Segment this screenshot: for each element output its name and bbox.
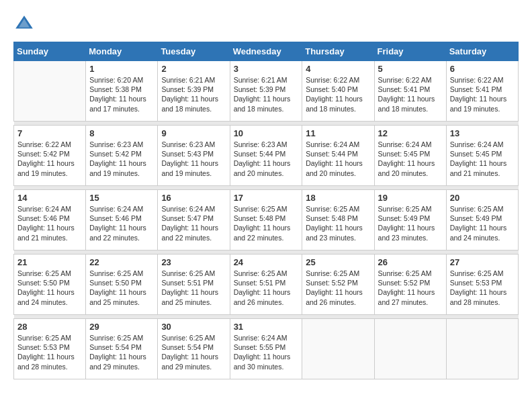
day-number: 19: [378, 193, 443, 203]
day-info: Sunrise: 6:25 AM Sunset: 5:53 PM Dayligh…: [450, 269, 515, 307]
table-row: 24Sunrise: 6:25 AM Sunset: 5:51 PM Dayli…: [230, 255, 302, 315]
day-info: Sunrise: 6:25 AM Sunset: 5:49 PM Dayligh…: [378, 204, 443, 242]
day-number: 28: [17, 322, 82, 332]
header-friday: Friday: [374, 42, 446, 61]
day-number: 21: [17, 257, 82, 267]
table-row: 23Sunrise: 6:25 AM Sunset: 5:51 PM Dayli…: [158, 255, 230, 315]
day-number: 1: [89, 64, 154, 74]
table-row: [302, 319, 374, 379]
table-row: [374, 319, 446, 379]
day-info: Sunrise: 6:25 AM Sunset: 5:54 PM Dayligh…: [89, 333, 154, 371]
table-row: [14, 61, 86, 122]
calendar-header-row: SundayMondayTuesdayWednesdayThursdayFrid…: [14, 42, 519, 61]
day-info: Sunrise: 6:23 AM Sunset: 5:43 PM Dayligh…: [161, 140, 226, 178]
logo-icon: [13, 13, 35, 35]
day-number: 16: [161, 193, 226, 203]
week-row-4: 28Sunrise: 6:25 AM Sunset: 5:53 PM Dayli…: [14, 319, 519, 379]
table-row: 19Sunrise: 6:25 AM Sunset: 5:49 PM Dayli…: [374, 190, 446, 250]
day-number: 22: [89, 257, 154, 267]
day-info: Sunrise: 6:22 AM Sunset: 5:42 PM Dayligh…: [17, 140, 82, 178]
calendar-table: SundayMondayTuesdayWednesdayThursdayFrid…: [13, 42, 519, 379]
day-number: 23: [161, 257, 226, 267]
day-number: 20: [450, 193, 515, 203]
day-info: Sunrise: 6:23 AM Sunset: 5:42 PM Dayligh…: [89, 140, 154, 178]
day-info: Sunrise: 6:24 AM Sunset: 5:47 PM Dayligh…: [161, 204, 226, 242]
day-number: 5: [378, 64, 443, 74]
table-row: [446, 319, 518, 379]
table-row: 5Sunrise: 6:22 AM Sunset: 5:41 PM Daylig…: [374, 61, 446, 122]
day-number: 30: [161, 322, 226, 332]
table-row: 4Sunrise: 6:22 AM Sunset: 5:40 PM Daylig…: [302, 61, 374, 122]
table-row: 17Sunrise: 6:25 AM Sunset: 5:48 PM Dayli…: [230, 190, 302, 250]
day-number: 18: [306, 193, 370, 203]
day-number: 11: [306, 128, 370, 138]
day-info: Sunrise: 6:20 AM Sunset: 5:38 PM Dayligh…: [89, 75, 154, 113]
week-row-2: 14Sunrise: 6:24 AM Sunset: 5:46 PM Dayli…: [14, 190, 519, 250]
day-info: Sunrise: 6:24 AM Sunset: 5:55 PM Dayligh…: [234, 333, 299, 371]
header-saturday: Saturday: [446, 42, 518, 61]
day-info: Sunrise: 6:25 AM Sunset: 5:51 PM Dayligh…: [161, 269, 226, 307]
day-number: 25: [306, 257, 370, 267]
day-number: 4: [306, 64, 370, 74]
day-number: 17: [234, 193, 299, 203]
day-number: 7: [17, 128, 82, 138]
table-row: 22Sunrise: 6:25 AM Sunset: 5:50 PM Dayli…: [86, 255, 158, 315]
table-row: 18Sunrise: 6:25 AM Sunset: 5:48 PM Dayli…: [302, 190, 374, 250]
table-row: 8Sunrise: 6:23 AM Sunset: 5:42 PM Daylig…: [86, 126, 158, 186]
table-row: 10Sunrise: 6:23 AM Sunset: 5:44 PM Dayli…: [230, 126, 302, 186]
table-row: 7Sunrise: 6:22 AM Sunset: 5:42 PM Daylig…: [14, 126, 86, 186]
table-row: 21Sunrise: 6:25 AM Sunset: 5:50 PM Dayli…: [14, 255, 86, 315]
day-number: 12: [378, 128, 443, 138]
table-row: 20Sunrise: 6:25 AM Sunset: 5:49 PM Dayli…: [446, 190, 518, 250]
table-row: 25Sunrise: 6:25 AM Sunset: 5:52 PM Dayli…: [302, 255, 374, 315]
day-number: 8: [89, 128, 154, 138]
day-info: Sunrise: 6:22 AM Sunset: 5:41 PM Dayligh…: [378, 75, 443, 113]
day-info: Sunrise: 6:25 AM Sunset: 5:54 PM Dayligh…: [161, 333, 226, 371]
day-info: Sunrise: 6:25 AM Sunset: 5:52 PM Dayligh…: [378, 269, 443, 307]
day-info: Sunrise: 6:22 AM Sunset: 5:41 PM Dayligh…: [450, 75, 515, 113]
table-row: 30Sunrise: 6:25 AM Sunset: 5:54 PM Dayli…: [158, 319, 230, 379]
day-info: Sunrise: 6:25 AM Sunset: 5:48 PM Dayligh…: [234, 204, 299, 242]
table-row: 6Sunrise: 6:22 AM Sunset: 5:41 PM Daylig…: [446, 61, 518, 122]
day-info: Sunrise: 6:25 AM Sunset: 5:51 PM Dayligh…: [234, 269, 299, 307]
day-number: 3: [234, 64, 299, 74]
week-row-0: 1Sunrise: 6:20 AM Sunset: 5:38 PM Daylig…: [14, 61, 519, 122]
day-number: 13: [450, 128, 515, 138]
day-info: Sunrise: 6:24 AM Sunset: 5:44 PM Dayligh…: [306, 140, 370, 178]
day-number: 31: [234, 322, 299, 332]
table-row: 11Sunrise: 6:24 AM Sunset: 5:44 PM Dayli…: [302, 126, 374, 186]
day-info: Sunrise: 6:24 AM Sunset: 5:46 PM Dayligh…: [89, 204, 154, 242]
table-row: 13Sunrise: 6:24 AM Sunset: 5:45 PM Dayli…: [446, 126, 518, 186]
day-info: Sunrise: 6:23 AM Sunset: 5:44 PM Dayligh…: [234, 140, 299, 178]
day-info: Sunrise: 6:22 AM Sunset: 5:40 PM Dayligh…: [306, 75, 370, 113]
day-number: 15: [89, 193, 154, 203]
day-number: 27: [450, 257, 515, 267]
table-row: 31Sunrise: 6:24 AM Sunset: 5:55 PM Dayli…: [230, 319, 302, 379]
header-tuesday: Tuesday: [158, 42, 230, 61]
day-info: Sunrise: 6:25 AM Sunset: 5:49 PM Dayligh…: [450, 204, 515, 242]
day-info: Sunrise: 6:25 AM Sunset: 5:50 PM Dayligh…: [89, 269, 154, 307]
day-number: 9: [161, 128, 226, 138]
logo: [13, 13, 38, 35]
day-number: 26: [378, 257, 443, 267]
table-row: 15Sunrise: 6:24 AM Sunset: 5:46 PM Dayli…: [86, 190, 158, 250]
header-wednesday: Wednesday: [230, 42, 302, 61]
table-row: 9Sunrise: 6:23 AM Sunset: 5:43 PM Daylig…: [158, 126, 230, 186]
day-number: 6: [450, 64, 515, 74]
table-row: 12Sunrise: 6:24 AM Sunset: 5:45 PM Dayli…: [374, 126, 446, 186]
day-number: 10: [234, 128, 299, 138]
page-header: [13, 13, 519, 35]
table-row: 1Sunrise: 6:20 AM Sunset: 5:38 PM Daylig…: [86, 61, 158, 122]
day-info: Sunrise: 6:25 AM Sunset: 5:50 PM Dayligh…: [17, 269, 82, 307]
table-row: 28Sunrise: 6:25 AM Sunset: 5:53 PM Dayli…: [14, 319, 86, 379]
day-number: 24: [234, 257, 299, 267]
day-info: Sunrise: 6:24 AM Sunset: 5:45 PM Dayligh…: [450, 140, 515, 178]
table-row: 16Sunrise: 6:24 AM Sunset: 5:47 PM Dayli…: [158, 190, 230, 250]
header-thursday: Thursday: [302, 42, 374, 61]
table-row: 29Sunrise: 6:25 AM Sunset: 5:54 PM Dayli…: [86, 319, 158, 379]
table-row: 3Sunrise: 6:21 AM Sunset: 5:39 PM Daylig…: [230, 61, 302, 122]
table-row: 14Sunrise: 6:24 AM Sunset: 5:46 PM Dayli…: [14, 190, 86, 250]
table-row: 26Sunrise: 6:25 AM Sunset: 5:52 PM Dayli…: [374, 255, 446, 315]
day-info: Sunrise: 6:21 AM Sunset: 5:39 PM Dayligh…: [161, 75, 226, 113]
header-sunday: Sunday: [14, 42, 86, 61]
